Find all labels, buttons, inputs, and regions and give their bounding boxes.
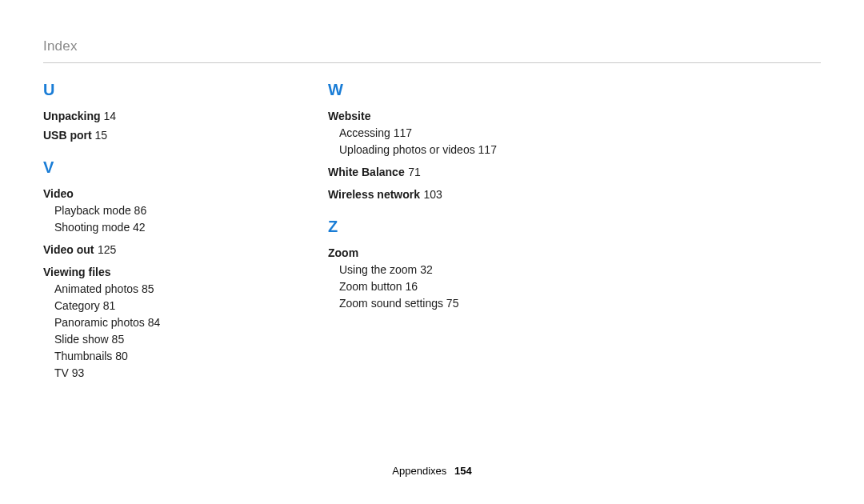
section-u: U Unpacking 14 USB port 15 xyxy=(43,81,251,144)
footer: Appendixes 154 xyxy=(0,465,864,477)
entry-using-the-zoom[interactable]: Using the zoom 32 xyxy=(328,262,536,278)
entry-label: Video out xyxy=(43,243,94,256)
entry-label: Category xyxy=(54,299,100,312)
section-z: Z Zoom Using the zoom 32 Zoom button 16 … xyxy=(328,218,536,312)
entry-page: 80 xyxy=(115,350,128,362)
page-title: Index xyxy=(43,38,821,63)
entry-page: 85 xyxy=(142,282,154,295)
heading-zoom: Zoom xyxy=(328,244,536,262)
entry-label: White Balance xyxy=(328,166,405,178)
entry-slide-show[interactable]: Slide show 85 xyxy=(43,331,251,348)
entry-label: Uploading photos or videos xyxy=(339,143,475,156)
entry-unpacking[interactable]: Unpacking 14 xyxy=(43,107,251,125)
entry-white-balance[interactable]: White Balance 71 xyxy=(328,163,536,181)
entry-zoom-button[interactable]: Zoom button 16 xyxy=(328,278,536,295)
entry-page: 84 xyxy=(148,316,161,329)
entry-page: 75 xyxy=(446,297,459,310)
index-page: Index U Unpacking 14 USB port 15 V V xyxy=(0,0,864,504)
footer-section: Appendixes xyxy=(392,465,446,477)
entry-playback-mode[interactable]: Playback mode 86 xyxy=(43,202,251,219)
heading-website: Website xyxy=(328,107,536,125)
index-letter-w: W xyxy=(328,81,536,99)
footer-page-number: 154 xyxy=(454,465,472,477)
entry-page: 85 xyxy=(112,333,125,346)
entry-wireless-network[interactable]: Wireless network 103 xyxy=(328,186,536,203)
index-letter-z: Z xyxy=(328,218,536,236)
entry-label: TV xyxy=(54,366,69,379)
entry-page: 15 xyxy=(95,129,108,142)
entry-page: 71 xyxy=(408,166,421,178)
entry-page: 16 xyxy=(406,280,418,293)
entry-label: Zoom button xyxy=(339,280,402,293)
section-v: V Video Playback mode 86 Shooting mode 4… xyxy=(43,158,251,382)
entry-page: 117 xyxy=(478,143,497,156)
entry-page: 14 xyxy=(103,110,116,122)
group-website: Website Accessing 117 Uploading photos o… xyxy=(328,107,536,158)
entry-label: Shooting mode xyxy=(54,221,130,234)
entry-label: Unpacking xyxy=(43,110,101,122)
entry-label: Slide show xyxy=(54,333,109,346)
entry-page: 81 xyxy=(103,299,116,312)
entry-animated-photos[interactable]: Animated photos 85 xyxy=(43,281,251,298)
entry-label: Animated photos xyxy=(54,282,138,295)
entry-label: Using the zoom xyxy=(339,263,417,276)
entry-shooting-mode[interactable]: Shooting mode 42 xyxy=(43,219,251,236)
entry-page: 93 xyxy=(72,366,85,379)
index-columns: U Unpacking 14 USB port 15 V Video Playb… xyxy=(43,81,821,382)
index-letter-u: U xyxy=(43,81,251,99)
entry-page: 117 xyxy=(394,126,412,139)
entry-page: 125 xyxy=(98,243,116,256)
entry-label: Thumbnails xyxy=(54,350,112,362)
entry-zoom-sound-settings[interactable]: Zoom sound settings 75 xyxy=(328,295,536,312)
entry-page: 42 xyxy=(133,221,146,234)
entry-label: Wireless network xyxy=(328,188,420,201)
entry-label: Playback mode xyxy=(54,204,131,217)
entry-label: Panoramic photos xyxy=(54,316,145,329)
entry-page: 32 xyxy=(420,263,433,276)
group-viewing-files: Viewing files Animated photos 85 Categor… xyxy=(43,263,251,382)
group-zoom: Zoom Using the zoom 32 Zoom button 16 Zo… xyxy=(328,244,536,312)
section-w: W Website Accessing 117 Uploading photos… xyxy=(328,81,536,203)
column-2: W Website Accessing 117 Uploading photos… xyxy=(328,81,536,312)
entry-usb-port[interactable]: USB port 15 xyxy=(43,126,251,144)
entry-label: Zoom sound settings xyxy=(339,297,443,310)
heading-video: Video xyxy=(43,185,251,202)
entry-tv[interactable]: TV 93 xyxy=(43,365,251,382)
entry-accessing[interactable]: Accessing 117 xyxy=(328,125,536,142)
group-video: Video Playback mode 86 Shooting mode 42 xyxy=(43,185,251,236)
index-letter-v: V xyxy=(43,158,251,177)
entry-uploading[interactable]: Uploading photos or videos 117 xyxy=(328,142,536,158)
entry-label: USB port xyxy=(43,129,92,142)
entry-page: 86 xyxy=(134,204,147,217)
entry-category[interactable]: Category 81 xyxy=(43,298,251,314)
entry-video-out[interactable]: Video out 125 xyxy=(43,241,251,258)
column-1: U Unpacking 14 USB port 15 V Video Playb… xyxy=(43,81,251,382)
entry-page: 103 xyxy=(423,188,442,201)
entry-panoramic-photos[interactable]: Panoramic photos 84 xyxy=(43,314,251,331)
heading-viewing-files: Viewing files xyxy=(43,263,251,281)
entry-label: Accessing xyxy=(339,126,390,139)
entry-thumbnails[interactable]: Thumbnails 80 xyxy=(43,348,251,365)
